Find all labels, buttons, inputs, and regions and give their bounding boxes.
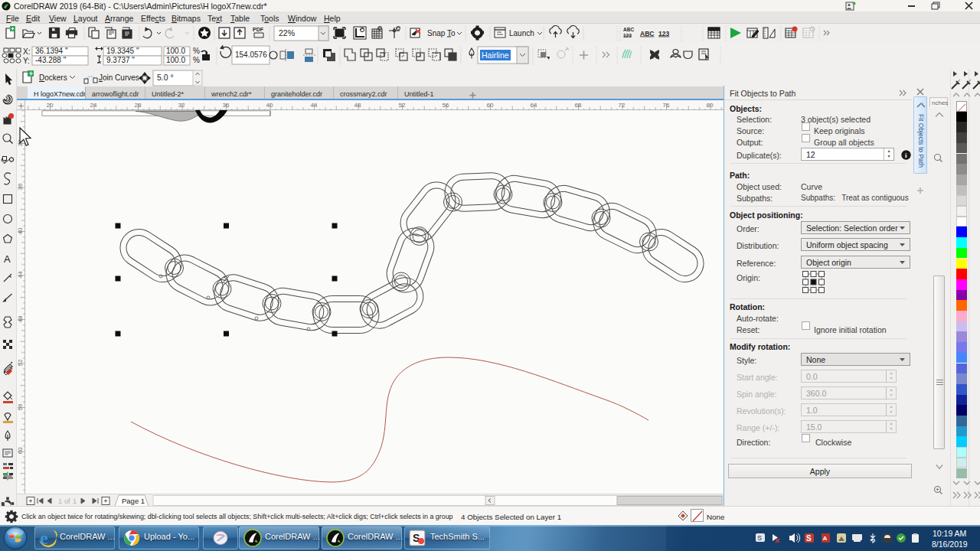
svg-text:40: 40 bbox=[266, 102, 273, 109]
svg-text:S: S bbox=[806, 534, 812, 543]
svg-text:80: 80 bbox=[707, 102, 714, 109]
svg-text:36.1394 ": 36.1394 " bbox=[35, 47, 68, 55]
svg-text:24: 24 bbox=[90, 102, 97, 109]
svg-text:Hairline: Hairline bbox=[482, 51, 509, 60]
svg-text:52: 52 bbox=[399, 102, 406, 109]
svg-text:19.3345 ": 19.3345 " bbox=[106, 47, 139, 55]
svg-text:S: S bbox=[757, 534, 762, 542]
svg-text:28: 28 bbox=[135, 102, 142, 109]
svg-text:44: 44 bbox=[17, 271, 24, 278]
svg-text:32: 32 bbox=[178, 102, 185, 109]
svg-text:Dockers: Dockers bbox=[39, 73, 67, 82]
svg-text:Snap To: Snap To bbox=[427, 29, 456, 37]
svg-text:60: 60 bbox=[17, 447, 24, 454]
svg-text:9.3737 ": 9.3737 " bbox=[106, 56, 135, 64]
svg-text:52: 52 bbox=[17, 359, 24, 366]
svg-text:76: 76 bbox=[663, 102, 670, 109]
svg-text:of: of bbox=[64, 497, 70, 505]
svg-text:40: 40 bbox=[17, 227, 24, 234]
svg-text:1: 1 bbox=[73, 497, 77, 505]
svg-text:48: 48 bbox=[354, 102, 361, 109]
svg-text:%: % bbox=[193, 56, 200, 64]
svg-text:ABC: ABC bbox=[623, 27, 634, 32]
svg-text:-43.288 ": -43.288 " bbox=[35, 56, 67, 64]
svg-text:Launch: Launch bbox=[509, 29, 534, 37]
svg-text:56: 56 bbox=[443, 102, 449, 109]
svg-text:%: % bbox=[193, 47, 200, 55]
svg-text:ABC: ABC bbox=[640, 30, 654, 37]
svg-text:100.0: 100.0 bbox=[166, 56, 185, 64]
svg-text:72: 72 bbox=[619, 102, 626, 109]
svg-text:36: 36 bbox=[17, 183, 24, 190]
svg-text:20: 20 bbox=[47, 102, 54, 109]
svg-text:60: 60 bbox=[487, 102, 494, 109]
svg-text:Page 1: Page 1 bbox=[122, 497, 145, 505]
svg-text:48: 48 bbox=[17, 315, 24, 322]
svg-text:68: 68 bbox=[575, 102, 582, 109]
svg-text:A: A bbox=[823, 535, 828, 542]
svg-text:X:: X: bbox=[23, 47, 30, 56]
svg-text:154.0576: 154.0576 bbox=[235, 51, 267, 59]
svg-text:100.0: 100.0 bbox=[166, 47, 185, 55]
svg-text:1: 1 bbox=[58, 497, 62, 505]
svg-text:Y:: Y: bbox=[23, 57, 30, 65]
svg-text:64: 64 bbox=[531, 102, 537, 109]
svg-text:PDF: PDF bbox=[253, 27, 264, 32]
svg-text:123: 123 bbox=[658, 30, 669, 37]
svg-text:123: 123 bbox=[623, 33, 632, 38]
svg-text:36: 36 bbox=[223, 102, 230, 109]
svg-text:44: 44 bbox=[311, 102, 318, 109]
svg-text:5.0 °: 5.0 ° bbox=[157, 73, 174, 82]
svg-text:A: A bbox=[4, 253, 11, 265]
svg-text:56: 56 bbox=[17, 403, 24, 410]
svg-text:22%: 22% bbox=[279, 28, 295, 37]
svg-text:Join Curves: Join Curves bbox=[99, 73, 139, 82]
